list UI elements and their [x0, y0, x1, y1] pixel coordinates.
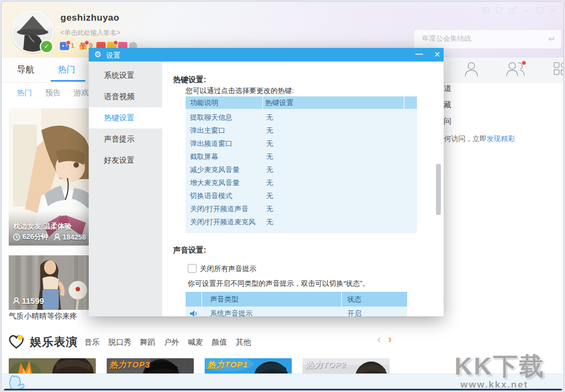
sub-tab-预告[interactable]: 预告 [45, 88, 60, 98]
sound-section-heading: 声音设置: [173, 246, 206, 255]
hotkey-value: 无 [263, 189, 273, 203]
ent-tab-脱口秀[interactable]: 脱口秀 [108, 338, 131, 347]
sound-table-header: 声音类型 状态 [186, 292, 407, 307]
hotkey-value: 无 [263, 111, 273, 124]
minimize-icon[interactable] [522, 6, 531, 15]
hotkey-row[interactable]: 弹出频道窗口无 [186, 137, 417, 150]
dialog-title-bar[interactable]: ⚙ 设置 — ✕ [89, 48, 444, 62]
search-box[interactable]: ↵ [414, 30, 561, 48]
close-icon[interactable] [549, 6, 558, 15]
game-badge-icon[interactable] [60, 42, 69, 50]
notification-dot [521, 60, 526, 65]
col-icon-spacer [186, 292, 202, 307]
settings-nav-好友设置[interactable]: 好友设置 [89, 150, 162, 171]
video-viewers: 184258 [63, 233, 86, 241]
hotkey-function: 减少麦克风音量 [186, 163, 263, 176]
gift-badge-icon[interactable] [78, 42, 88, 50]
profile-tab-icon[interactable] [464, 60, 478, 79]
apps-grid-tab-icon[interactable] [552, 61, 564, 78]
viewers-value: 11599 [22, 296, 44, 305]
nav-tabs: 导航热门 [17, 64, 75, 76]
discover-link[interactable]: 发现精彩 [487, 134, 515, 143]
discover-hint: 任何访问，立即发现精彩 [437, 134, 515, 144]
dialog-close-button[interactable]: ✕ [432, 49, 443, 60]
friends-tab-icon[interactable] [506, 60, 525, 79]
settings-nav-语音视频[interactable]: 语音视频 [89, 86, 162, 107]
signature-placeholder[interactable]: <单击此处输入签名> [60, 28, 120, 38]
right-panel-tabs [447, 58, 564, 82]
hotkey-row[interactable]: 减少麦克风音量无 [186, 163, 417, 176]
video-title: 枕边女友 温柔体验 [13, 222, 72, 231]
video-meta: 626分钟 184258 [13, 232, 86, 242]
hotkey-row[interactable]: 截取屏幕无 [186, 150, 417, 163]
mute-all-label: 关闭所有声音提示 [200, 264, 256, 274]
rank-badge: 热力TOP3 [109, 360, 150, 370]
online-status-badge: ✓ [40, 40, 53, 53]
mute-all-checkbox[interactable] [188, 264, 196, 273]
hotkey-function: 弹出频道窗口 [186, 137, 263, 150]
video-caption[interactable]: 气质小晴晴等你来疼 [9, 311, 77, 321]
hotkey-value: 无 [263, 137, 273, 150]
hotkey-function: 关闭/打开频道麦克风 [186, 216, 263, 229]
right-panel-item[interactable]: 道 [444, 84, 451, 94]
right-panel-item[interactable]: 问 [444, 117, 451, 126]
ent-tab-其他[interactable]: 其他 [236, 338, 251, 347]
video-card-2[interactable]: 11599 [9, 255, 96, 310]
settings-nav-声音提示[interactable]: 声音提示 [89, 128, 162, 150]
ent-tab-舞蹈[interactable]: 舞蹈 [140, 338, 155, 347]
dialog-minimize-button[interactable]: — [414, 49, 425, 60]
watermark-line2: www.kkx.net [460, 379, 528, 390]
hotkey-table: 功能说明 热键设置 提取聊天信息无弹出主窗口无弹出频道窗口无截取屏幕无减少麦克风… [186, 96, 417, 233]
col-spacer [404, 96, 417, 109]
hotkey-table-header: 功能说明 热键设置 [186, 96, 417, 109]
dialog-title: 设置 [106, 51, 120, 60]
dialog-sidebar: 系统设置语音视频热键设置声音提示好友设置 [89, 62, 162, 316]
ent-tab-户外[interactable]: 户外 [164, 338, 179, 347]
viewers-icon [54, 234, 60, 241]
ent-tab-音乐[interactable]: 音乐 [84, 338, 100, 347]
col-sound-type: 声音类型 [202, 292, 342, 307]
video-card-1[interactable]: 枕边女友 温柔体验 626分钟 184258 [9, 108, 96, 246]
settings-nav-热键设置[interactable]: 热键设置 [89, 107, 162, 128]
hotkey-row[interactable]: 增大麦克风音量无 [186, 176, 417, 189]
prev-arrow[interactable]: ‹ [377, 333, 381, 345]
sound-table: 声音类型 状态 系统声音提示 开启 [186, 292, 407, 316]
ent-tab-颜值[interactable]: 颜值 [212, 338, 227, 347]
game-badge-count: 1 [71, 42, 75, 50]
popout-icon[interactable] [508, 6, 517, 15]
maximize-icon[interactable] [536, 6, 544, 15]
sub-tab-热门[interactable]: 热门 [17, 88, 32, 98]
clock-icon [13, 234, 20, 241]
settings-nav-系统设置[interactable]: 系统设置 [89, 65, 162, 86]
search-input[interactable] [421, 34, 543, 43]
nav-tab-导航[interactable]: 导航 [17, 64, 34, 76]
sound-hint-text: 你可设置开启不同类型的声音提示，双击可以切换“状态”。 [188, 279, 370, 289]
notification-dot [84, 40, 89, 45]
sound-state: 开启 [342, 307, 407, 316]
hint-text: 任何访问，立即 [437, 134, 487, 143]
nav-tab-热门[interactable]: 热门 [58, 64, 75, 76]
feedback-icon[interactable] [481, 6, 490, 15]
hotkey-section-heading: 热键设置: [173, 75, 206, 85]
hotkey-function: 关闭/打开频道声音 [186, 203, 263, 216]
viewers-count: 11599 [13, 296, 44, 305]
next-arrow[interactable]: › [388, 333, 392, 345]
hotkey-row[interactable]: 弹出主窗口无 [186, 124, 417, 137]
sound-row[interactable]: 系统声音提示 开启 [186, 307, 407, 316]
hotkey-function: 切换语音模式 [186, 189, 263, 203]
hotkey-row[interactable]: 关闭/打开频道麦克风无 [186, 216, 417, 229]
rank-badge: 热力TOP1 [207, 360, 248, 370]
hotkey-row[interactable]: 提取聊天信息无 [186, 111, 417, 124]
hotkey-value: 无 [263, 124, 273, 137]
hotkey-function: 增大麦克风音量 [186, 176, 263, 189]
ent-tab-喊麦[interactable]: 喊麦 [188, 338, 203, 347]
window-controls [481, 6, 558, 15]
hotkey-row[interactable]: 关闭/打开频道声音无 [186, 203, 417, 216]
enter-key-icon[interactable]: ↵ [549, 34, 556, 44]
dialog-scrollbar-thumb[interactable] [436, 164, 441, 215]
hotkey-rows: 提取聊天信息无弹出主窗口无弹出频道窗口无截取屏幕无减少麦克风音量无增大麦克风音量… [186, 109, 417, 233]
hotkey-row[interactable]: 切换语音模式无 [186, 189, 417, 203]
rank-badge: 热力TOP2 [305, 360, 346, 370]
theme-shirt-icon[interactable] [495, 6, 503, 15]
right-panel-item[interactable]: 藏 [444, 100, 451, 110]
